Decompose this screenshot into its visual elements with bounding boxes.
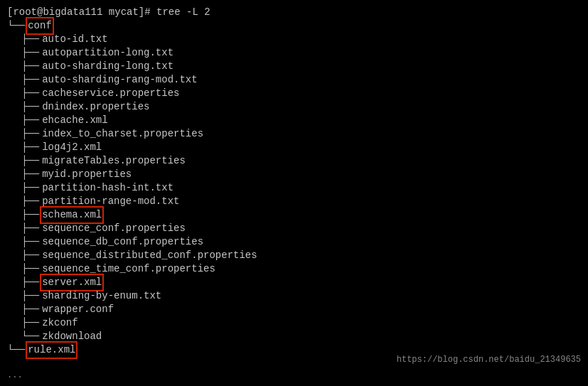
tree-item-auto-sharding-long: ├── auto-sharding-long.txt [7,60,581,73]
connector: ├── [21,316,39,330]
connector: ├── [21,46,39,60]
terminal-window: [root@bigdata111 mycat]# tree -L 2 └── c… [0,0,588,386]
file-ehcache: ehcache.xml [42,114,107,127]
tree-item-ehcache: ├── ehcache.xml [7,114,581,127]
tree-item-index-to-charset: ├── index_to_charset.properties [7,127,581,141]
tree-item-log4j2: ├── log4j2.xml [7,141,581,154]
connector: ├── [21,303,39,316]
connector: ├── [21,181,39,195]
file-auto-sharding-long: auto-sharding-long.txt [42,60,173,73]
file-autopartition-long: autopartition-long.txt [42,46,173,60]
tree-item-myid: ├── myid.properties [7,168,581,181]
connector: ├── [21,235,39,249]
file-index-to-charset: index_to_charset.properties [42,127,203,141]
connector: ├── [21,114,39,127]
connector: ├── [21,195,39,208]
file-auto-sharding-rang-mod: auto-sharding-rang-mod.txt [42,73,197,87]
connector: ├── [21,141,39,154]
file-rule: rule.xml [28,343,75,357]
tree-item-sharding-by-enum: ├── sharding-by-enum.txt [7,289,581,303]
file-wrapper-conf: wrapper.conf [42,303,114,316]
connector: ├── [21,60,39,73]
tree-item-sequence-db-conf: ├── sequence_db_conf.properties [7,235,581,249]
file-zkconf: zkconf [42,316,77,330]
bottom-text: ... [7,370,23,380]
tree-item-migrate-tables: ├── migrateTables.properties [7,154,581,168]
connector: ├── [21,262,39,276]
file-zkdownload: zkdownload [42,330,102,343]
conf-folder: conf [28,19,52,33]
file-sharding-by-enum: sharding-by-enum.txt [42,289,161,303]
tree-item-sequence-conf: ├── sequence_conf.properties [7,222,581,235]
file-sequence-db-conf: sequence_db_conf.properties [42,235,203,249]
connector: ├── [21,87,39,100]
tree-item-server: ├── server.xml [7,276,581,289]
file-partition-hash-int: partition-hash-int.txt [42,181,173,195]
connector: ├── [21,73,39,87]
root-connector: └── [7,19,25,33]
connector: ├── [21,154,39,168]
file-myid: myid.properties [42,168,132,181]
tree-item-cacheservice: ├── cacheservice.properties [7,87,581,100]
connector: ├── [21,289,39,303]
connector: ├── [21,222,39,235]
file-dnindex: dnindex.properties [42,100,149,114]
connector: ├── [21,208,39,222]
tree-item-autopartition-long: ├── autopartition-long.txt [7,46,581,60]
file-cacheservice: cacheservice.properties [42,87,179,100]
prompt-text: [root@bigdata111 mycat]# tree -L 2 [7,6,210,19]
file-log4j2: log4j2.xml [42,141,102,154]
file-sequence-conf: sequence_conf.properties [42,222,186,235]
tree-item-zkdownload: └── zkdownload [7,330,581,343]
tree-item-auto-sharding-rang-mod: ├── auto-sharding-rang-mod.txt [7,73,581,87]
connector: ├── [21,168,39,181]
file-schema: schema.xml [42,208,102,222]
connector: ├── [21,100,39,114]
connector: ├── [21,127,39,141]
tree-item-zkconf: ├── zkconf [7,316,581,330]
tree-item-partition-hash-int: ├── partition-hash-int.txt [7,181,581,195]
prompt-line: [root@bigdata111 mycat]# tree -L 2 [7,6,581,19]
connector: ├── [21,249,39,262]
connector: └── [21,330,39,343]
connector: └── [7,343,25,357]
file-sequence-distributed-conf: sequence_distributed_conf.properties [42,249,257,262]
tree-item-wrapper-conf: ├── wrapper.conf [7,303,581,316]
connector: ├── [21,276,39,289]
file-partition-range-mod: partition-range-mod.txt [42,195,179,208]
tree-item-dnindex: ├── dnindex.properties [7,100,581,114]
tree-item-sequence-distributed-conf: ├── sequence_distributed_conf.properties [7,249,581,262]
tree-item-schema: ├── schema.xml [7,208,581,222]
watermark: https://blog.csdn.net/baidu_21349635 [397,355,581,365]
tree-item-partition-range-mod: ├── partition-range-mod.txt [7,195,581,208]
file-sequence-time-conf: sequence_time_conf.properties [42,262,215,276]
file-migrate-tables: migrateTables.properties [42,154,186,168]
file-server: server.xml [42,276,102,289]
tree-item-sequence-time-conf: ├── sequence_time_conf.properties [7,262,581,276]
tree-root-conf: └── conf [7,19,581,33]
tree-item-auto-id: ├── auto-id.txt [7,33,581,46]
connector: ├── [21,33,39,46]
file-auto-id: auto-id.txt [42,33,107,46]
